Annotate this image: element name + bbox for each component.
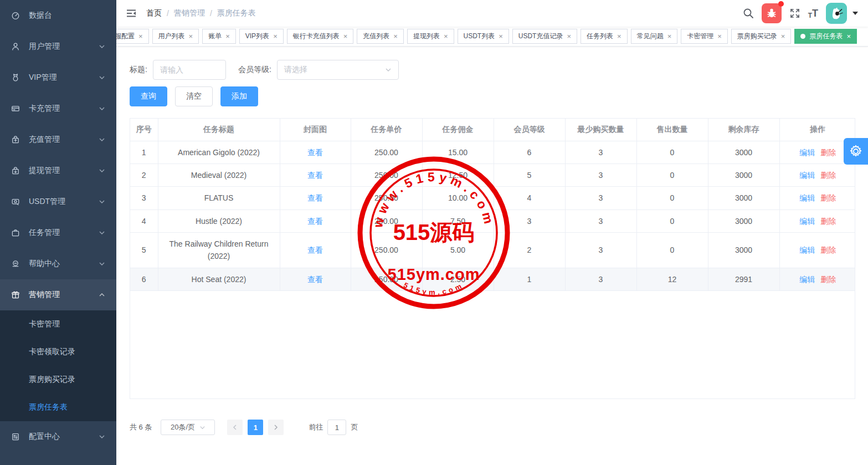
- delete-link[interactable]: 删除: [820, 217, 836, 226]
- sidebar-item-recharge[interactable]: 充值管理: [0, 124, 116, 155]
- prev-page-button[interactable]: [227, 420, 243, 435]
- sidebar-item-marketing[interactable]: 营销管理: [0, 279, 116, 310]
- row-actions: 编辑删除: [779, 268, 855, 290]
- submenu-item-card-keys[interactable]: 卡密管理: [0, 310, 116, 338]
- goto-page-input[interactable]: [327, 420, 346, 435]
- search-icon[interactable]: [743, 8, 754, 19]
- tab-close-icon[interactable]: ×: [138, 33, 143, 40]
- settings-gear-button[interactable]: [844, 138, 868, 165]
- delete-link[interactable]: 删除: [820, 171, 836, 180]
- column-header-1: 任务标题: [158, 119, 280, 141]
- column-header-7: 售出数量: [636, 119, 708, 141]
- breadcrumb-marketing[interactable]: 营销管理: [174, 8, 205, 18]
- column-header-6: 最少购买数量: [565, 119, 636, 141]
- tab-label: 账单: [208, 32, 222, 41]
- sidebar-collapse-icon[interactable]: [126, 9, 136, 18]
- cell-price: 250.00: [351, 141, 422, 163]
- delete-link[interactable]: 删除: [820, 148, 836, 157]
- tab-13[interactable]: 票房任务表×: [794, 29, 857, 44]
- breadcrumb-home[interactable]: 首页: [146, 8, 162, 18]
- tab-close-icon[interactable]: ×: [617, 33, 622, 40]
- usdt-icon: [11, 197, 20, 206]
- sidebar-item-tasks[interactable]: 任务管理: [0, 217, 116, 248]
- edit-link[interactable]: 编辑: [799, 275, 815, 284]
- font-size-icon[interactable]: TT: [808, 8, 818, 19]
- submenu-item-card-key-records[interactable]: 卡密领取记录: [0, 338, 116, 366]
- add-button[interactable]: 添加: [220, 86, 258, 106]
- sidebar-item-dashboard[interactable]: 数据台: [0, 0, 116, 31]
- title-filter-input[interactable]: [153, 60, 226, 80]
- submenu-item-label: 卡密领取记录: [29, 347, 75, 357]
- tab-close-icon[interactable]: ×: [189, 33, 193, 40]
- sidebar-item-usdt[interactable]: USDT管理: [0, 186, 116, 217]
- clear-button[interactable]: 清空: [175, 86, 213, 106]
- level-filter-select[interactable]: 请选择: [277, 60, 399, 80]
- sidebar-item-config[interactable]: 配置中心: [0, 421, 116, 452]
- page-size-select[interactable]: 20条/页: [161, 420, 215, 435]
- tab-9[interactable]: 任务列表×: [581, 29, 628, 44]
- avatar[interactable]: [826, 3, 847, 24]
- chevron-down-icon: [99, 43, 105, 50]
- tab-11[interactable]: 卡密管理×: [681, 29, 728, 44]
- view-cover-link[interactable]: 查看: [307, 148, 323, 157]
- view-cover-link[interactable]: 查看: [307, 246, 323, 254]
- edit-link[interactable]: 编辑: [799, 148, 815, 157]
- tab-close-icon[interactable]: ×: [499, 33, 503, 40]
- tab-close-icon[interactable]: ×: [393, 33, 398, 40]
- view-cover-link[interactable]: 查看: [307, 193, 323, 202]
- tab-12[interactable]: 票房购买记录×: [731, 29, 792, 44]
- tab-3[interactable]: VIP列表×: [239, 29, 284, 44]
- sidebar-item-vip[interactable]: VIP管理: [0, 62, 116, 93]
- submenu-item-boxoffice-purchases[interactable]: 票房购买记录: [0, 366, 116, 394]
- bug-report-button[interactable]: [762, 3, 782, 23]
- delete-link[interactable]: 删除: [820, 193, 836, 202]
- view-cover-link[interactable]: 查看: [307, 171, 323, 180]
- delete-link[interactable]: 删除: [820, 275, 836, 284]
- edit-link[interactable]: 编辑: [799, 171, 815, 180]
- sidebar-item-users[interactable]: 用户管理: [0, 31, 116, 62]
- next-page-button[interactable]: [268, 420, 284, 435]
- tab-close-icon[interactable]: ×: [444, 33, 448, 40]
- tab-1[interactable]: 用户列表×: [152, 29, 199, 44]
- config-icon: [11, 432, 20, 441]
- submenu-item-boxoffice-tasks[interactable]: 票房任务表: [0, 394, 116, 421]
- sidebar-item-help[interactable]: 帮助中心: [0, 248, 116, 279]
- sidebar-item-label: VIP管理: [29, 73, 99, 83]
- tab-close-icon[interactable]: ×: [225, 33, 230, 40]
- tab-close-icon[interactable]: ×: [781, 33, 785, 40]
- view-cover-link[interactable]: 查看: [307, 275, 323, 284]
- cell-index: 5: [130, 233, 158, 268]
- tab-5[interactable]: 充值列表×: [357, 29, 404, 44]
- view-cover-link[interactable]: 查看: [307, 217, 323, 226]
- tab-close-icon[interactable]: ×: [567, 33, 571, 40]
- cell-min-buy: 3: [565, 187, 636, 209]
- sidebar-item-card-recharge[interactable]: 卡充管理: [0, 93, 116, 124]
- tab-label: 充值列表: [363, 32, 389, 41]
- tab-7[interactable]: USDT列表×: [458, 29, 509, 44]
- tab-4[interactable]: 银行卡充值列表×: [287, 29, 354, 44]
- tab-10[interactable]: 常见问题×: [631, 29, 678, 44]
- search-button[interactable]: 查询: [130, 86, 167, 106]
- tab-close-icon[interactable]: ×: [846, 33, 851, 40]
- avatar-dropdown-caret[interactable]: [852, 12, 858, 15]
- tab-close-icon[interactable]: ×: [717, 33, 722, 40]
- edit-link[interactable]: 编辑: [799, 217, 815, 226]
- tab-close-icon[interactable]: ×: [343, 33, 348, 40]
- edit-link[interactable]: 编辑: [799, 193, 815, 202]
- tab-close-icon[interactable]: ×: [667, 33, 672, 40]
- tab-2[interactable]: 账单×: [202, 29, 236, 44]
- tab-8[interactable]: USDT充值记录×: [512, 29, 577, 44]
- sidebar-item-withdraw[interactable]: 提现管理: [0, 155, 116, 186]
- fullscreen-icon[interactable]: [789, 8, 800, 19]
- sidebar-item-label: 数据台: [29, 11, 105, 21]
- page-unit-label: 页: [351, 422, 358, 432]
- tab-6[interactable]: 提现列表×: [407, 29, 454, 44]
- user-icon: [11, 42, 20, 51]
- tab-label: 客服配置: [116, 32, 135, 41]
- delete-link[interactable]: 删除: [820, 246, 836, 254]
- tab-close-icon[interactable]: ×: [273, 33, 278, 40]
- current-page-button[interactable]: 1: [248, 420, 263, 435]
- edit-link[interactable]: 编辑: [799, 246, 815, 254]
- cell-commission: 12.50: [422, 163, 494, 186]
- tab-0[interactable]: 客服配置×: [116, 29, 149, 44]
